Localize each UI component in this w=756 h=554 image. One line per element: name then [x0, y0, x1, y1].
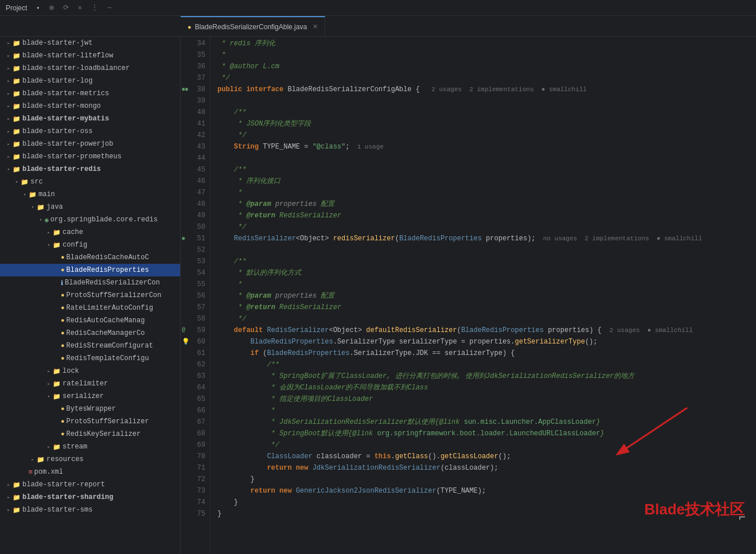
sidebar-item-blade-redis-serializer[interactable]: ℹ BladeRedisSerializerCon: [0, 276, 180, 289]
sidebar-item-label: stream: [63, 443, 87, 451]
chevron-icon: [45, 444, 53, 450]
sidebar-item-bytes-wrapper[interactable]: ● BytesWrapper: [0, 403, 180, 415]
sidebar-item-label: blade-starter-mongo: [22, 102, 101, 110]
chevron-icon: [21, 192, 29, 198]
sidebar-item-prometheus[interactable]: 📁 blade-starter-prometheus: [0, 150, 180, 163]
chevron-icon: [5, 494, 13, 501]
sidebar-item-log[interactable]: 📁 blade-starter-log: [0, 75, 180, 87]
sidebar-item-mybatis[interactable]: 📁 blade-starter-mybatis: [0, 112, 180, 125]
code-line-36: * @author L.cm: [217, 61, 756, 72]
folder-icon: 📁: [13, 103, 21, 110]
sidebar-item-proto-stuff-ser[interactable]: ● ProtoStuffSerializer: [0, 415, 180, 428]
sync-icon[interactable]: ⟳: [63, 3, 69, 12]
close-window-icon[interactable]: ✕: [78, 3, 82, 12]
package-icon: ◉: [45, 216, 49, 224]
line-num-48: 48: [181, 198, 210, 210]
sidebar-item-package[interactable]: ◉ org.springblade.core.redis: [0, 213, 180, 226]
chevron-down-icon: ▾: [36, 5, 40, 11]
tab-close-icon[interactable]: ✕: [313, 23, 318, 30]
sidebar-item-label: serializer: [63, 392, 104, 400]
sidebar-item-blade-redis-cache-auto[interactable]: ● BladeRedisCacheAutoC: [0, 251, 180, 264]
chevron-icon: [5, 53, 13, 59]
chevron-icon: [45, 393, 53, 400]
folder-icon: 📁: [53, 393, 61, 400]
chevron-icon: [5, 116, 13, 122]
code-line-34: * redis 序列化: [217, 38, 756, 49]
chevron-icon: [5, 141, 13, 147]
sidebar-item-mongo[interactable]: 📁 blade-starter-mongo: [0, 100, 180, 112]
line-num-59: @59: [181, 325, 210, 336]
sidebar-item-label: blade-starter-mybatis: [22, 115, 109, 123]
sidebar-item-redis-stream[interactable]: ● RedisStreamConfigurat: [0, 340, 180, 352]
sidebar-item-label: BytesWrapper: [67, 405, 116, 413]
code-line-53: /**: [217, 256, 756, 267]
java-file-icon: ●: [61, 355, 65, 362]
chevron-icon: [45, 229, 53, 236]
code-line-37: */: [217, 72, 756, 84]
code-line-67: * JdkSerializationRedisSerializer默认使用{@l…: [217, 416, 756, 428]
sidebar-item-jwt[interactable]: 📁 blade-starter-jwt: [0, 37, 180, 49]
code-line-35: *: [217, 49, 756, 61]
code-line-43: String TYPE_NAME = "@class"; 1 usage: [217, 141, 756, 153]
sidebar-item-label: pom.xml: [34, 468, 63, 476]
sidebar-item-sharding[interactable]: 📁 blade-starter-sharding: [0, 491, 180, 504]
line-num-67: 67: [181, 416, 210, 428]
sidebar-item-oss[interactable]: 📁 blade-starter-oss: [0, 125, 180, 138]
sidebar-item-config[interactable]: 📁 config: [0, 239, 180, 251]
minimize-icon[interactable]: —: [107, 4, 111, 12]
sidebar-item-redis-cache-manager[interactable]: ● RedisCacheManagerCo: [0, 327, 180, 340]
sidebar-item-metrics[interactable]: 📁 blade-starter-metrics: [0, 87, 180, 100]
chevron-icon: [45, 381, 53, 387]
chevron-icon: [5, 507, 13, 513]
line-num-55: 55: [181, 279, 210, 290]
sidebar-item-stream[interactable]: 📁 stream: [0, 440, 180, 453]
sidebar-item-redis[interactable]: 📁 blade-starter-redis: [0, 163, 180, 175]
sidebar-item-serializer[interactable]: 📁 serializer: [0, 390, 180, 403]
sidebar-item-blade-redis-properties[interactable]: ● BladeRedisProperties: [0, 264, 180, 276]
sidebar-item-lock[interactable]: 📁 lock: [0, 365, 180, 377]
chevron-icon: [5, 65, 13, 72]
code-line-71: return new JdkSerializationRedisSerializ…: [217, 462, 756, 474]
sidebar-item-redis-auto-cache[interactable]: ● RedisAutoCacheManag: [0, 314, 180, 327]
java-file-icon: ●: [61, 330, 65, 337]
sidebar-item-report[interactable]: 📁 blade-starter-report: [0, 478, 180, 491]
sidebar-item-rate-limiter-auto[interactable]: ● RateLimiterAutoConfig: [0, 302, 180, 314]
code-line-42: */: [217, 130, 756, 141]
sidebar-item-cache[interactable]: 📁 cache: [0, 226, 180, 239]
code-line-46: * 序列化接口: [217, 175, 756, 187]
line-num-44: 44: [181, 153, 210, 164]
code-line-72: }: [217, 474, 756, 485]
sidebar-item-main[interactable]: 📁 main: [0, 188, 180, 201]
sidebar-item-label: java: [46, 203, 63, 211]
folder-icon: 📁: [53, 443, 61, 451]
line-num-35: 35: [181, 49, 210, 61]
sidebar-item-java[interactable]: 📁 java: [0, 201, 180, 213]
sidebar-item-powerjob[interactable]: 📁 blade-starter-powerjob: [0, 138, 180, 150]
sidebar-item-liteflow[interactable]: 📁 blade-starter-liteflow: [0, 49, 180, 62]
project-label[interactable]: Project: [6, 4, 27, 12]
sidebar-item-redis-key-ser[interactable]: ● RedisKeySerializer: [0, 428, 180, 440]
sidebar-item-src[interactable]: 📁 src: [0, 175, 180, 188]
sidebar-item-label: RedisTemplateConfigu: [67, 354, 149, 362]
folder-icon: 📁: [13, 77, 21, 85]
sidebar-item-pom[interactable]: m pom.xml: [0, 466, 180, 478]
sidebar-item-ratelimiter[interactable]: 📁 ratelimiter: [0, 377, 180, 390]
java-file-icon: ●: [61, 292, 65, 299]
code-line-69: */: [217, 439, 756, 451]
tab-item-active[interactable]: ● BladeRedisSerializerConfigAble.java ✕: [181, 16, 325, 36]
java-file-icon: ●: [61, 431, 65, 438]
code-line-75: }: [217, 508, 756, 520]
editor[interactable]: 34 35 36 37 ◉◉38 39 40 41 42 43 44 45 46…: [181, 37, 756, 554]
add-icon[interactable]: ⊕: [49, 3, 53, 13]
line-num-56: 56: [181, 290, 210, 302]
sidebar-item-proto-stuff[interactable]: ● ProtoStuffSerializerCon: [0, 289, 180, 302]
sidebar-item-redis-template[interactable]: ● RedisTemplateConfigu: [0, 352, 180, 365]
folder-icon: 📁: [13, 506, 21, 514]
more-icon[interactable]: ⋮: [91, 3, 98, 12]
sidebar-item-resources[interactable]: 📁 resources: [0, 453, 180, 466]
sidebar-item-loadbalancer[interactable]: 📁 blade-starter-loadbalancer: [0, 62, 180, 75]
code-line-50: */: [217, 221, 756, 233]
chevron-icon: [5, 166, 13, 173]
sidebar-item-sms[interactable]: 📁 blade-starter-sms: [0, 504, 180, 516]
folder-icon: 📁: [29, 191, 37, 198]
